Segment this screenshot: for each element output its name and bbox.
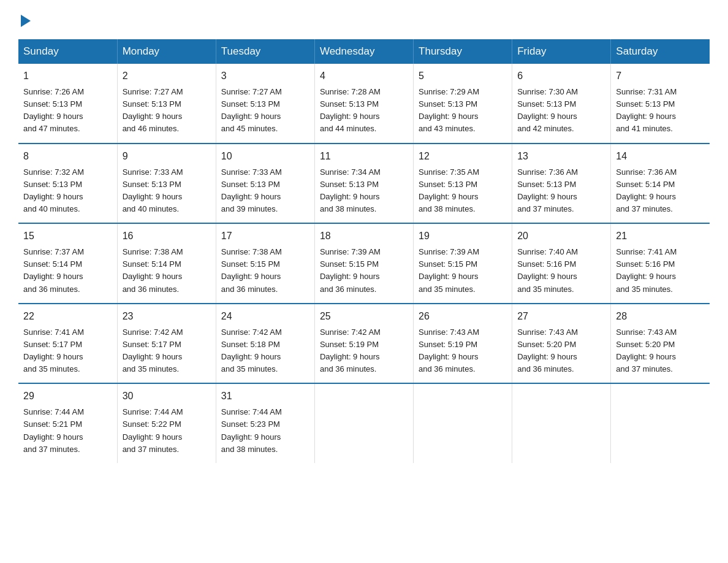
day-info: Sunrise: 7:44 AMSunset: 5:22 PMDaylight:… bbox=[123, 406, 211, 456]
day-number: 31 bbox=[221, 389, 309, 404]
day-number: 25 bbox=[320, 309, 408, 324]
calendar-cell: 19Sunrise: 7:39 AMSunset: 5:15 PMDayligh… bbox=[414, 223, 512, 304]
day-info: Sunrise: 7:36 AMSunset: 5:13 PMDaylight:… bbox=[517, 166, 605, 216]
day-info: Sunrise: 7:42 AMSunset: 5:18 PMDaylight:… bbox=[221, 326, 309, 376]
day-info: Sunrise: 7:39 AMSunset: 5:15 PMDaylight:… bbox=[419, 246, 507, 296]
week-row-5: 29Sunrise: 7:44 AMSunset: 5:21 PMDayligh… bbox=[18, 383, 710, 463]
day-info: Sunrise: 7:33 AMSunset: 5:13 PMDaylight:… bbox=[123, 166, 211, 216]
day-number: 22 bbox=[23, 309, 112, 324]
calendar-cell: 9Sunrise: 7:33 AMSunset: 5:13 PMDaylight… bbox=[117, 144, 216, 224]
day-info: Sunrise: 7:28 AMSunset: 5:13 PMDaylight:… bbox=[320, 86, 408, 136]
header-friday: Friday bbox=[512, 39, 611, 64]
calendar-cell: 10Sunrise: 7:33 AMSunset: 5:13 PMDayligh… bbox=[216, 144, 314, 224]
day-number: 14 bbox=[616, 149, 705, 164]
calendar-header-row: SundayMondayTuesdayWednesdayThursdayFrid… bbox=[18, 39, 710, 64]
day-info: Sunrise: 7:43 AMSunset: 5:20 PMDaylight:… bbox=[517, 326, 605, 376]
day-number: 6 bbox=[517, 69, 605, 83]
calendar-cell: 8Sunrise: 7:32 AMSunset: 5:13 PMDaylight… bbox=[18, 144, 117, 224]
calendar-cell: 20Sunrise: 7:40 AMSunset: 5:16 PMDayligh… bbox=[512, 223, 611, 304]
calendar-cell: 29Sunrise: 7:44 AMSunset: 5:21 PMDayligh… bbox=[18, 383, 117, 463]
day-number: 28 bbox=[616, 309, 705, 324]
day-info: Sunrise: 7:41 AMSunset: 5:16 PMDaylight:… bbox=[616, 246, 705, 296]
day-number: 17 bbox=[221, 229, 309, 243]
day-info: Sunrise: 7:33 AMSunset: 5:13 PMDaylight:… bbox=[221, 166, 309, 216]
calendar-cell: 3Sunrise: 7:27 AMSunset: 5:13 PMDaylight… bbox=[216, 64, 314, 144]
calendar-cell: 15Sunrise: 7:37 AMSunset: 5:14 PMDayligh… bbox=[18, 223, 117, 304]
week-row-3: 15Sunrise: 7:37 AMSunset: 5:14 PMDayligh… bbox=[18, 223, 710, 304]
day-info: Sunrise: 7:27 AMSunset: 5:13 PMDaylight:… bbox=[123, 86, 211, 136]
day-info: Sunrise: 7:43 AMSunset: 5:20 PMDaylight:… bbox=[616, 326, 705, 376]
day-number: 27 bbox=[517, 309, 605, 324]
calendar-cell: 17Sunrise: 7:38 AMSunset: 5:15 PMDayligh… bbox=[216, 223, 314, 304]
day-info: Sunrise: 7:26 AMSunset: 5:13 PMDaylight:… bbox=[23, 86, 112, 136]
week-row-4: 22Sunrise: 7:41 AMSunset: 5:17 PMDayligh… bbox=[18, 304, 710, 384]
day-number: 9 bbox=[123, 149, 211, 164]
calendar-cell: 28Sunrise: 7:43 AMSunset: 5:20 PMDayligh… bbox=[611, 304, 710, 384]
day-number: 5 bbox=[419, 69, 507, 83]
calendar-cell: 26Sunrise: 7:43 AMSunset: 5:19 PMDayligh… bbox=[414, 304, 512, 384]
week-row-2: 8Sunrise: 7:32 AMSunset: 5:13 PMDaylight… bbox=[18, 144, 710, 224]
day-info: Sunrise: 7:41 AMSunset: 5:17 PMDaylight:… bbox=[23, 326, 112, 376]
calendar-cell: 2Sunrise: 7:27 AMSunset: 5:13 PMDaylight… bbox=[117, 64, 216, 144]
day-number: 10 bbox=[221, 149, 309, 164]
header-sunday: Sunday bbox=[18, 39, 117, 64]
day-number: 26 bbox=[419, 309, 507, 324]
day-number: 29 bbox=[23, 389, 112, 404]
day-number: 15 bbox=[23, 229, 112, 243]
day-number: 18 bbox=[320, 229, 408, 243]
calendar-cell: 6Sunrise: 7:30 AMSunset: 5:13 PMDaylight… bbox=[512, 64, 611, 144]
calendar-cell: 31Sunrise: 7:44 AMSunset: 5:23 PMDayligh… bbox=[216, 383, 314, 463]
day-info: Sunrise: 7:29 AMSunset: 5:13 PMDaylight:… bbox=[419, 86, 507, 136]
day-info: Sunrise: 7:42 AMSunset: 5:17 PMDaylight:… bbox=[123, 326, 211, 376]
calendar-cell: 18Sunrise: 7:39 AMSunset: 5:15 PMDayligh… bbox=[314, 223, 413, 304]
header-monday: Monday bbox=[117, 39, 216, 64]
calendar-cell: 5Sunrise: 7:29 AMSunset: 5:13 PMDaylight… bbox=[414, 64, 512, 144]
day-number: 4 bbox=[320, 69, 408, 83]
calendar-cell bbox=[414, 383, 512, 463]
calendar-cell: 25Sunrise: 7:42 AMSunset: 5:19 PMDayligh… bbox=[314, 304, 413, 384]
day-number: 23 bbox=[123, 309, 211, 324]
day-info: Sunrise: 7:37 AMSunset: 5:14 PMDaylight:… bbox=[23, 246, 112, 296]
day-info: Sunrise: 7:30 AMSunset: 5:13 PMDaylight:… bbox=[517, 86, 605, 136]
day-number: 2 bbox=[123, 69, 211, 83]
calendar-cell: 1Sunrise: 7:26 AMSunset: 5:13 PMDaylight… bbox=[18, 64, 117, 144]
header-thursday: Thursday bbox=[414, 39, 512, 64]
calendar-cell: 21Sunrise: 7:41 AMSunset: 5:16 PMDayligh… bbox=[611, 223, 710, 304]
day-info: Sunrise: 7:39 AMSunset: 5:15 PMDaylight:… bbox=[320, 246, 408, 296]
day-info: Sunrise: 7:38 AMSunset: 5:15 PMDaylight:… bbox=[221, 246, 309, 296]
day-info: Sunrise: 7:44 AMSunset: 5:21 PMDaylight:… bbox=[23, 406, 112, 456]
calendar-cell: 4Sunrise: 7:28 AMSunset: 5:13 PMDaylight… bbox=[314, 64, 413, 144]
day-info: Sunrise: 7:44 AMSunset: 5:23 PMDaylight:… bbox=[221, 406, 309, 456]
day-info: Sunrise: 7:27 AMSunset: 5:13 PMDaylight:… bbox=[221, 86, 309, 136]
day-info: Sunrise: 7:35 AMSunset: 5:13 PMDaylight:… bbox=[419, 166, 507, 216]
calendar-cell: 12Sunrise: 7:35 AMSunset: 5:13 PMDayligh… bbox=[414, 144, 512, 224]
day-number: 12 bbox=[419, 149, 507, 164]
day-number: 20 bbox=[517, 229, 605, 243]
calendar-cell: 7Sunrise: 7:31 AMSunset: 5:13 PMDaylight… bbox=[611, 64, 710, 144]
day-number: 11 bbox=[320, 149, 408, 164]
day-info: Sunrise: 7:38 AMSunset: 5:14 PMDaylight:… bbox=[123, 246, 211, 296]
calendar-cell bbox=[611, 383, 710, 463]
calendar-cell: 14Sunrise: 7:36 AMSunset: 5:14 PMDayligh… bbox=[611, 144, 710, 224]
day-info: Sunrise: 7:34 AMSunset: 5:13 PMDaylight:… bbox=[320, 166, 408, 216]
day-number: 19 bbox=[419, 229, 507, 243]
calendar-cell: 24Sunrise: 7:42 AMSunset: 5:18 PMDayligh… bbox=[216, 304, 314, 384]
week-row-1: 1Sunrise: 7:26 AMSunset: 5:13 PMDaylight… bbox=[18, 64, 710, 144]
day-number: 1 bbox=[23, 69, 112, 83]
calendar-cell: 27Sunrise: 7:43 AMSunset: 5:20 PMDayligh… bbox=[512, 304, 611, 384]
calendar-cell: 22Sunrise: 7:41 AMSunset: 5:17 PMDayligh… bbox=[18, 304, 117, 384]
day-number: 16 bbox=[123, 229, 211, 243]
logo-arrow-icon bbox=[21, 15, 31, 27]
day-number: 7 bbox=[616, 69, 705, 83]
calendar-cell: 11Sunrise: 7:34 AMSunset: 5:13 PMDayligh… bbox=[314, 144, 413, 224]
day-number: 30 bbox=[123, 389, 211, 404]
day-number: 21 bbox=[616, 229, 705, 243]
calendar-cell bbox=[314, 383, 413, 463]
day-number: 3 bbox=[221, 69, 309, 83]
logo bbox=[18, 12, 31, 27]
day-number: 24 bbox=[221, 309, 309, 324]
calendar-cell: 23Sunrise: 7:42 AMSunset: 5:17 PMDayligh… bbox=[117, 304, 216, 384]
header-wednesday: Wednesday bbox=[314, 39, 413, 64]
calendar-cell: 13Sunrise: 7:36 AMSunset: 5:13 PMDayligh… bbox=[512, 144, 611, 224]
day-info: Sunrise: 7:42 AMSunset: 5:19 PMDaylight:… bbox=[320, 326, 408, 376]
